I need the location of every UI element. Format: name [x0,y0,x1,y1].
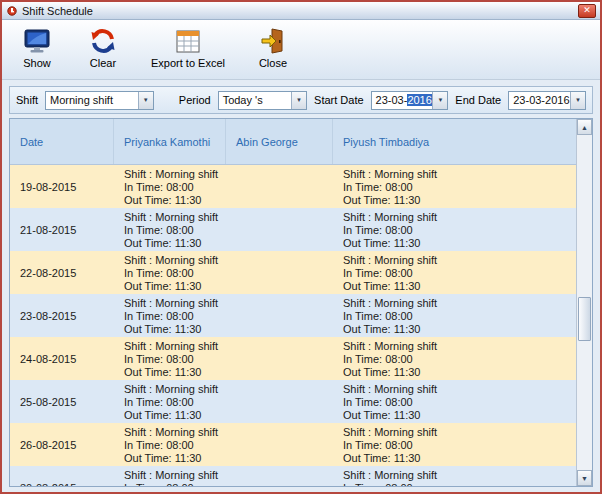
scrollbar-track[interactable] [577,135,592,470]
shift-cell [226,251,333,294]
shift-cell: Shift : Morning shiftIn Time: 08:00Out T… [114,337,226,380]
shift-cell: Shift : Morning shiftIn Time: 08:00Out T… [333,423,576,466]
toolbar: Show Clear [2,20,600,80]
grid-body: 19-08-2015Shift : Morning shiftIn Time: … [10,165,576,486]
table-row[interactable]: 19-08-2015Shift : Morning shiftIn Time: … [10,165,576,208]
shift-cell: Shift : Morning shiftIn Time: 08:00Out T… [114,294,226,337]
shift-cell: Shift : Morning shiftIn Time: 08:00Out T… [333,337,576,380]
table-row[interactable]: 30-08-2015Shift : Morning shiftIn Time: … [10,466,576,486]
window-close-button[interactable]: ✕ [578,4,596,18]
app-icon [6,5,18,17]
date-cell: 21-08-2015 [10,208,114,251]
table-row[interactable]: 21-08-2015Shift : Morning shiftIn Time: … [10,208,576,251]
monitor-icon [22,26,52,56]
column-header-abin-george[interactable]: Abin George [226,119,333,164]
scroll-up-icon[interactable]: ▲ [577,119,592,135]
end-date-label: End Date [455,94,501,106]
export-to-excel-button-label: Export to Excel [151,57,225,69]
shift-cell [226,380,333,423]
table-row[interactable]: 26-08-2015Shift : Morning shiftIn Time: … [10,423,576,466]
column-header-date[interactable]: Date [10,119,114,164]
close-toolbar-button[interactable]: Close [252,24,294,71]
date-cell: 23-08-2015 [10,294,114,337]
show-button-label: Show [23,57,51,69]
chevron-down-icon[interactable]: ▼ [570,92,585,109]
shift-cell [226,466,333,486]
shift-cell [226,423,333,466]
show-button[interactable]: Show [16,24,58,71]
start-date-label: Start Date [314,94,364,106]
spreadsheet-icon [173,26,203,56]
schedule-grid: Date Priyanka Kamothi Abin George Piyush… [9,118,593,487]
shift-dropdown-value: Morning shift [50,94,113,106]
shift-cell [226,208,333,251]
start-date-value: 23-03-2016 [376,94,432,106]
table-row[interactable]: 25-08-2015Shift : Morning shiftIn Time: … [10,380,576,423]
exit-door-icon [258,26,288,56]
shift-cell: Shift : Morning shiftIn Time: 08:00Out T… [333,380,576,423]
clear-button-label: Clear [90,57,116,69]
vertical-scrollbar[interactable]: ▲ ▼ [576,119,592,486]
chevron-down-icon[interactable]: ▼ [291,92,306,109]
date-cell: 25-08-2015 [10,380,114,423]
export-to-excel-button[interactable]: Export to Excel [148,24,228,71]
date-cell: 24-08-2015 [10,337,114,380]
start-date-selected-year: 2016 [407,94,431,106]
shift-cell: Shift : Morning shiftIn Time: 08:00Out T… [333,165,576,208]
end-date-field[interactable]: 23-03-2016 ▼ [508,91,586,110]
shift-cell: Shift : Morning shiftIn Time: 08:00Out T… [114,165,226,208]
filter-bar: Shift Morning shift ▼ Period Today 's ▼ … [9,86,593,114]
shift-dropdown[interactable]: Morning shift ▼ [45,91,154,110]
shift-cell: Shift : Morning shiftIn Time: 08:00Out T… [114,208,226,251]
shift-cell: Shift : Morning shiftIn Time: 08:00Out T… [114,423,226,466]
refresh-icon [88,26,118,56]
shift-cell [226,337,333,380]
date-cell: 30-08-2015 [10,466,114,486]
shift-label: Shift [16,94,38,106]
period-label: Period [179,94,211,106]
scrollbar-thumb[interactable] [578,297,591,341]
shift-cell: Shift : Morning shiftIn Time: 08:00Out T… [333,208,576,251]
chevron-down-icon[interactable]: ▼ [138,92,153,109]
grid-header: Date Priyanka Kamothi Abin George Piyush… [10,119,576,165]
period-dropdown-value: Today 's [223,94,263,106]
shift-cell [226,165,333,208]
shift-cell: Shift : Morning shiftIn Time: 08:00Out T… [333,466,576,486]
shift-cell: Shift : Morning shiftIn Time: 08:00Out T… [114,380,226,423]
shift-cell: Shift : Morning shiftIn Time: 08:00Out T… [333,294,576,337]
date-cell: 22-08-2015 [10,251,114,294]
scroll-down-icon[interactable]: ▼ [577,470,592,486]
date-cell: 19-08-2015 [10,165,114,208]
window-title: Shift Schedule [22,5,93,17]
shift-cell: Shift : Morning shiftIn Time: 08:00Out T… [333,251,576,294]
table-row[interactable]: 23-08-2015Shift : Morning shiftIn Time: … [10,294,576,337]
column-header-piyush-timbadiya[interactable]: Piyush Timbadiya [333,119,576,164]
shift-schedule-window: Shift Schedule ✕ Show [0,0,602,494]
end-date-value: 23-03-2016 [513,94,569,106]
close-toolbar-button-label: Close [259,57,287,69]
shift-cell [226,294,333,337]
date-cell: 26-08-2015 [10,423,114,466]
column-header-priyanka-kamothi[interactable]: Priyanka Kamothi [114,119,226,164]
chevron-down-icon[interactable]: ▼ [432,92,447,109]
period-dropdown[interactable]: Today 's ▼ [218,91,307,110]
table-row[interactable]: 24-08-2015Shift : Morning shiftIn Time: … [10,337,576,380]
start-date-field[interactable]: 23-03-2016 ▼ [371,91,449,110]
clear-button[interactable]: Clear [82,24,124,71]
titlebar[interactable]: Shift Schedule ✕ [2,2,600,20]
shift-cell: Shift : Morning shiftIn Time: 08:00Out T… [114,251,226,294]
table-row[interactable]: 22-08-2015Shift : Morning shiftIn Time: … [10,251,576,294]
shift-cell: Shift : Morning shiftIn Time: 08:00Out T… [114,466,226,486]
close-icon: ✕ [583,6,591,15]
